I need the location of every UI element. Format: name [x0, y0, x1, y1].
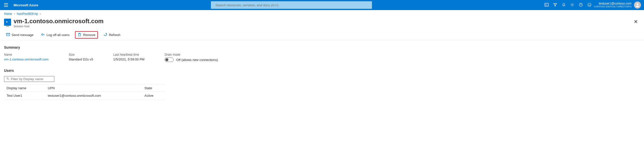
col-state[interactable]: State	[142, 85, 165, 92]
mail-icon	[6, 33, 10, 37]
size-label: Size	[69, 53, 93, 56]
avatar[interactable]	[634, 2, 641, 9]
cell-display: Test User1	[4, 92, 45, 100]
table-row[interactable]: Test User1 testuser1@contoso.onmicrosoft…	[4, 92, 165, 100]
size-value: Standard D2s v3	[69, 57, 93, 61]
breadcrumb: Home › hostPool928-hp ›	[0, 10, 644, 18]
cell-upn: testuser1@contoso.onmicrosoft.com	[45, 92, 142, 100]
close-icon[interactable]: ✕	[632, 18, 640, 26]
account-directory: CONTOSO (DEFAULT DIRECTORY)	[594, 6, 631, 8]
search-input[interactable]	[215, 3, 369, 7]
name-value[interactable]: vm-1.contoso.onmicrosoft.com	[4, 57, 49, 61]
svg-point-6	[581, 5, 581, 6]
account-email: testuser1@contoso.com	[594, 2, 631, 5]
filter-box[interactable]	[4, 76, 54, 82]
help-icon[interactable]	[579, 3, 583, 8]
page-subtitle: Session host	[14, 25, 103, 28]
drain-value: Off (allows new connections)	[176, 58, 218, 62]
directory-filter-icon[interactable]	[553, 3, 557, 8]
cell-state: Active	[142, 92, 165, 100]
settings-icon[interactable]	[570, 3, 574, 8]
menu-button[interactable]	[3, 2, 9, 8]
key-icon	[41, 33, 45, 37]
send-message-button[interactable]: Send message	[4, 32, 35, 38]
refresh-icon	[103, 33, 107, 37]
drain-label: Drain mode	[165, 53, 218, 56]
crumb-home[interactable]: Home	[4, 12, 12, 16]
refresh-button[interactable]: Refresh	[101, 32, 123, 38]
remove-button[interactable]: Remove	[75, 31, 98, 39]
svg-point-9	[590, 4, 590, 5]
drain-toggle[interactable]	[165, 57, 174, 62]
global-header: Microsoft Azure testuser1@contoso.com CO…	[0, 0, 644, 10]
account-label[interactable]: testuser1@contoso.com CONTOSO (DEFAULT D…	[594, 2, 631, 8]
session-host-icon	[4, 19, 11, 26]
svg-point-4	[572, 4, 573, 5]
svg-rect-2	[545, 3, 548, 6]
users-table: Display name UPN State Test User1 testus…	[4, 84, 165, 100]
filter-input[interactable]	[11, 77, 53, 81]
svg-point-12	[42, 34, 43, 35]
svg-point-7	[588, 3, 591, 6]
heartbeat-label: Last heartbeat time	[113, 53, 144, 56]
log-off-button[interactable]: Log off all users	[39, 32, 72, 38]
col-display[interactable]: Display name	[4, 85, 45, 92]
svg-point-8	[589, 4, 589, 5]
trash-icon	[78, 33, 82, 37]
feedback-icon[interactable]	[587, 3, 591, 8]
cloud-shell-icon[interactable]	[545, 3, 549, 8]
filter-search-icon	[6, 77, 9, 81]
page-title: vm-1.contoso.onmicrosoft.com	[14, 18, 103, 25]
crumb-hostpool[interactable]: hostPool928-hp	[17, 12, 38, 16]
summary-heading: Summary	[4, 45, 640, 49]
svg-rect-15	[79, 34, 81, 36]
brand-label: Microsoft Azure	[14, 3, 38, 7]
global-search[interactable]	[211, 1, 372, 9]
heartbeat-value: 1/5/2021, 5:59:00 PM	[113, 57, 144, 61]
svg-point-10	[637, 3, 638, 5]
notifications-icon[interactable]	[562, 3, 566, 8]
users-heading: Users	[4, 69, 640, 73]
svg-line-21	[8, 79, 9, 80]
name-label: Name	[4, 53, 49, 56]
col-upn[interactable]: UPN	[45, 85, 142, 92]
command-bar: Send message Log off all users Remove Re…	[0, 30, 644, 40]
svg-point-20	[7, 78, 8, 79]
